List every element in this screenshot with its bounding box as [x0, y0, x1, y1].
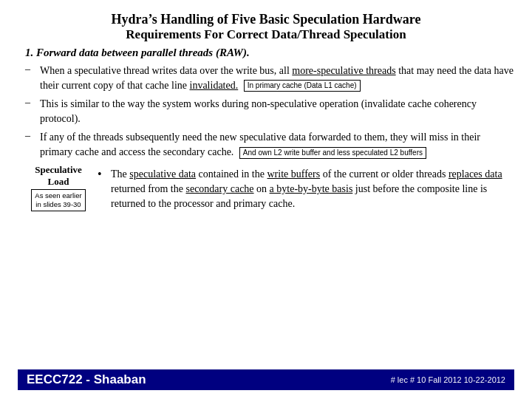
- speculative-load-area: Speculative Load As seen earlier in slid…: [25, 164, 514, 212]
- bullet-2-text: This is similar to the way the system wo…: [40, 97, 514, 126]
- speculative-load-label: Speculative Load As seen earlier in slid…: [25, 164, 92, 212]
- section-number: 1.: [25, 47, 33, 58]
- bullet-1-underline-2: invalidated.: [190, 80, 239, 91]
- badge-l2-write-buffer: And own L2 write buffer and less specula…: [239, 147, 426, 159]
- bullet-1-underline-1: more-speculative threads: [292, 65, 395, 76]
- bullet-1-dash: –: [25, 64, 40, 75]
- bullet-2-dash: –: [25, 97, 40, 109]
- subb-replaces-data: replaces data: [449, 168, 502, 180]
- bullet-2: – This is similar to the way the system …: [25, 97, 514, 126]
- title-line1: Hydra’s Handling of Five Basic Speculati…: [18, 12, 514, 27]
- subb-byte-by-byte: a byte-by-byte basis: [270, 183, 353, 194]
- spec-note-box: As seen earlier in slides 39-30: [31, 189, 85, 212]
- spec-note-line1: As seen earlier: [35, 191, 81, 200]
- sub-bullet-text: The speculative data contained in the wr…: [111, 167, 514, 212]
- bullet-1: – When a speculative thread writes data …: [25, 64, 514, 92]
- title-block: Hydra’s Handling of Five Basic Speculati…: [18, 12, 514, 42]
- spec-label-line1: Speculative: [35, 164, 82, 176]
- bullet-1-text: When a speculative thread writes data ov…: [40, 64, 514, 92]
- footer-info: # lec # 10 Fall 2012 10-22-2012: [391, 375, 505, 384]
- spec-note-line2: in slides 39-30: [35, 200, 81, 208]
- bullet-3-dash: –: [25, 130, 40, 142]
- bullet-3-text: If any of the threads subsequently need …: [40, 130, 514, 159]
- content-area: – When a speculative thread writes data …: [18, 64, 514, 365]
- section-header: 1. Forward data between parallel threads…: [25, 47, 514, 59]
- footer-course: EECC722 - Shaaban: [27, 372, 146, 387]
- subb-secondary-cache: secondary cache: [185, 183, 253, 194]
- subb-write-buffers: write buffers: [267, 168, 320, 180]
- spec-label-line2: Load: [48, 176, 69, 188]
- sub-bullet: • The speculative data contained in the …: [98, 167, 514, 212]
- sub-bullet-dot: •: [98, 167, 111, 181]
- bullet-3: – If any of the threads subsequently nee…: [25, 130, 514, 159]
- title-line2: Requirements For Correct Data/Thread Spe…: [18, 27, 514, 42]
- subb-speculative-data: speculative data: [129, 168, 196, 180]
- footer-bar: EECC722 - Shaaban # lec # 10 Fall 2012 1…: [18, 369, 514, 390]
- section-text: Forward data between parallel threads (R…: [36, 47, 250, 58]
- slide-container: Hydra’s Handling of Five Basic Speculati…: [0, 0, 532, 399]
- badge-primary-cache: In primary cache (Data L1 cache): [244, 80, 361, 92]
